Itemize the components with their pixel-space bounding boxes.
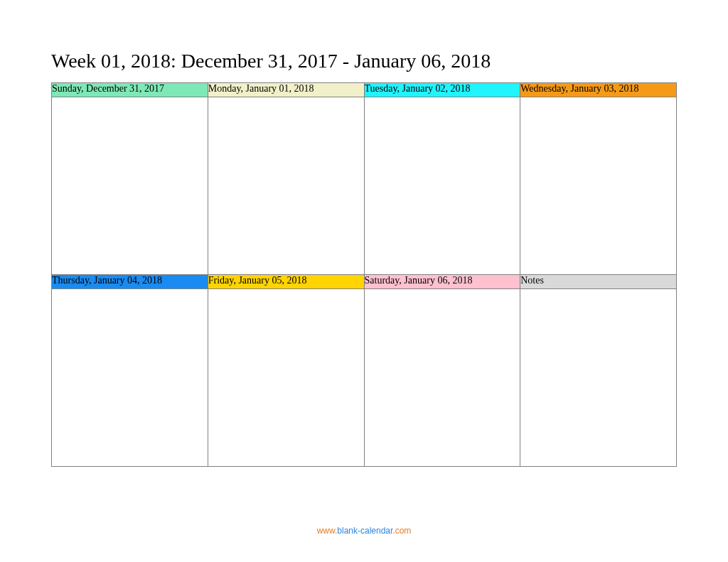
day-body-saturday — [364, 289, 520, 467]
weekly-calendar-page: Week 01, 2018: December 31, 2017 - Janua… — [0, 0, 728, 562]
footer-part-tld: .com — [392, 526, 411, 536]
day-body-thursday — [52, 289, 208, 467]
day-header-monday: Monday, January 01, 2018 — [208, 83, 364, 97]
day-body-notes — [520, 289, 677, 467]
day-header-sunday: Sunday, December 31, 2017 — [52, 83, 208, 97]
day-header-notes: Notes — [520, 275, 677, 289]
day-body-monday — [208, 97, 364, 275]
footer-link[interactable]: www.blank-calendar.com — [0, 526, 728, 536]
footer-part-www: www. — [317, 526, 338, 536]
day-body-friday — [208, 289, 364, 467]
page-title: Week 01, 2018: December 31, 2017 - Janua… — [51, 50, 677, 72]
day-header-tuesday: Tuesday, January 02, 2018 — [364, 83, 520, 97]
day-header-wednesday: Wednesday, January 03, 2018 — [520, 83, 677, 97]
day-header-thursday: Thursday, January 04, 2018 — [52, 275, 208, 289]
day-header-saturday: Saturday, January 06, 2018 — [364, 275, 520, 289]
week-grid: Sunday, December 31, 2017 Monday, Januar… — [51, 82, 677, 467]
day-header-friday: Friday, January 05, 2018 — [208, 275, 364, 289]
footer-part-domain: blank-calendar — [337, 526, 392, 536]
day-body-tuesday — [364, 97, 520, 275]
day-body-sunday — [52, 97, 208, 275]
day-body-wednesday — [520, 97, 677, 275]
